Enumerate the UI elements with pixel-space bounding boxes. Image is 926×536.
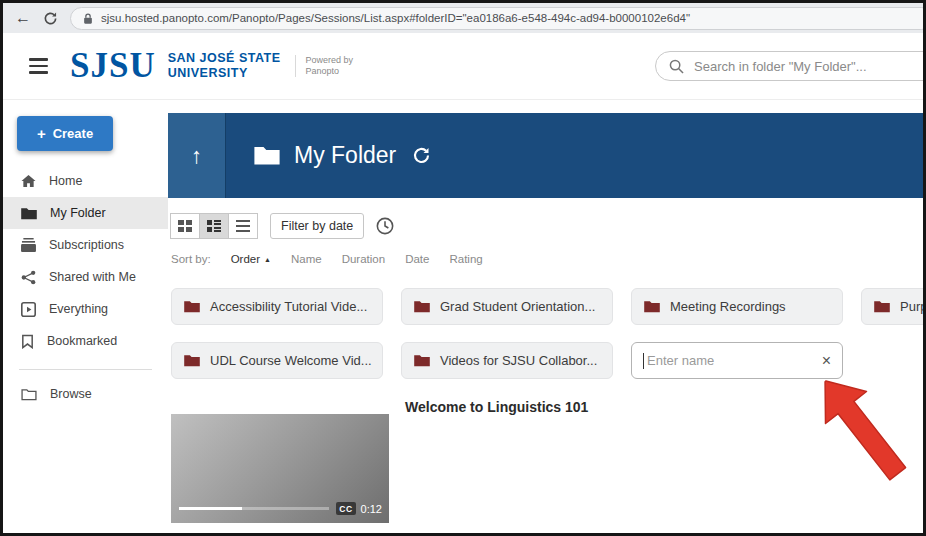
folder-icon <box>414 354 430 367</box>
app-header: SJSU SAN JOSÉ STATE UNIVERSITY Powered b… <box>3 33 923 100</box>
folder-card[interactable]: Meeting Recordings <box>631 288 843 325</box>
sidebar-item-bookmarked[interactable]: Bookmarked <box>3 325 168 357</box>
tile-view-icon <box>207 220 221 232</box>
view-toggle-group <box>171 213 258 239</box>
back-icon[interactable]: ← <box>15 10 31 26</box>
folder-icon <box>21 207 37 220</box>
captions-badge: CC <box>336 502 355 515</box>
folder-title: My Folder <box>294 142 396 169</box>
sort-bar: Sort by: Order ▲ Name Duration Date Rati… <box>171 253 483 265</box>
search-input[interactable] <box>692 58 926 75</box>
sjsu-logo: SJSU <box>70 46 156 86</box>
tile-view-button[interactable] <box>199 213 229 239</box>
subscriptions-icon <box>21 238 36 252</box>
sort-option-duration[interactable]: Duration <box>342 253 385 265</box>
search-box <box>655 51 926 81</box>
banner-folder-icon <box>254 145 280 166</box>
bookmark-icon <box>21 334 34 349</box>
address-bar[interactable]: sjsu.hosted.panopto.com/Panopto/Pages/Se… <box>70 7 926 30</box>
annotation-arrow <box>801 362 922 494</box>
history-button[interactable] <box>376 217 394 235</box>
grid-view-button[interactable] <box>170 213 200 239</box>
video-title[interactable]: Welcome to Linguistics 101 <box>405 399 588 415</box>
list-view-icon <box>236 220 250 232</box>
share-icon <box>21 270 36 285</box>
text-caret <box>643 353 644 369</box>
folder-banner: ↑ My Folder <box>168 113 923 198</box>
folder-icon <box>414 300 430 313</box>
search-icon <box>669 59 684 74</box>
folder-card[interactable]: Purp <box>861 288 926 325</box>
up-arrow-icon: ↑ <box>191 143 202 169</box>
sort-asc-icon: ▲ <box>264 256 271 263</box>
sidebar: + Create Home My Folder Subscriptions Sh… <box>3 100 168 533</box>
sidebar-item-browse[interactable]: Browse <box>3 378 168 410</box>
folder-icon <box>874 300 890 313</box>
sidebar-item-everything[interactable]: Everything <box>3 293 168 325</box>
sort-option-name[interactable]: Name <box>291 253 322 265</box>
clock-icon <box>376 217 394 235</box>
sidebar-item-home[interactable]: Home <box>3 165 168 197</box>
parent-folder-button[interactable]: ↑ <box>168 113 226 198</box>
filter-by-date-button[interactable]: Filter by date <box>270 213 364 239</box>
folder-card[interactable]: Grad Student Orientation... <box>401 288 613 325</box>
list-view-button[interactable] <box>228 213 258 239</box>
video-progress-played <box>179 507 242 510</box>
video-duration: 0:12 <box>361 503 382 515</box>
grid-view-icon <box>178 220 192 232</box>
browser-toolbar: ← sjsu.hosted.panopto.com/Panopto/Pages/… <box>3 3 923 34</box>
app-window: ← sjsu.hosted.panopto.com/Panopto/Pages/… <box>0 0 926 536</box>
sort-option-date[interactable]: Date <box>405 253 429 265</box>
university-wordmark: SAN JOSÉ STATE UNIVERSITY <box>168 51 281 81</box>
plus-icon: + <box>37 125 46 142</box>
folder-icon <box>184 354 200 367</box>
powered-by-label: Powered by Panopto <box>295 55 354 77</box>
view-toolbar: Filter by date <box>171 213 394 239</box>
video-thumbnail[interactable]: CC 0:12 <box>171 414 389 523</box>
folder-card[interactable]: Accessibility Tutorial Vide... <box>171 288 383 325</box>
everything-icon <box>21 302 36 317</box>
sort-option-rating[interactable]: Rating <box>449 253 482 265</box>
browse-folder-icon <box>21 388 37 401</box>
new-folder-placeholder: Enter name <box>647 353 822 368</box>
folder-icon <box>184 300 200 313</box>
menu-icon[interactable] <box>29 58 48 73</box>
cancel-new-folder-icon[interactable]: × <box>822 353 831 369</box>
video-progress-bar <box>179 507 329 510</box>
new-folder-name-input[interactable]: Enter name × <box>631 342 843 379</box>
sidebar-divider <box>19 369 152 370</box>
folder-card[interactable]: Videos for SJSU Collabor... <box>401 342 613 379</box>
create-button[interactable]: + Create <box>17 116 113 151</box>
sidebar-item-my-folder[interactable]: My Folder <box>3 197 168 229</box>
url-text: sjsu.hosted.panopto.com/Panopto/Pages/Se… <box>101 12 690 24</box>
sort-by-label: Sort by: <box>171 253 211 265</box>
refresh-icon[interactable] <box>43 11 58 26</box>
banner-refresh-icon[interactable] <box>412 146 431 165</box>
folder-card[interactable]: UDL Course Welcome Vid... <box>171 342 383 379</box>
sidebar-item-subscriptions[interactable]: Subscriptions <box>3 229 168 261</box>
folder-icon <box>644 300 660 313</box>
home-icon <box>21 174 36 188</box>
lock-icon <box>82 12 94 25</box>
sort-option-order[interactable]: Order ▲ <box>231 253 271 265</box>
sidebar-item-shared-with-me[interactable]: Shared with Me <box>3 261 168 293</box>
